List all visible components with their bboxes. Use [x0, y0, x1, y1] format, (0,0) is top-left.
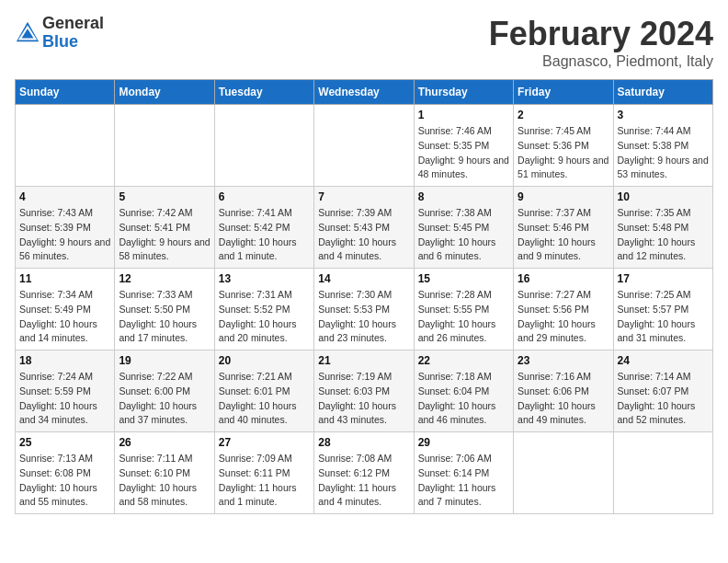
day-detail: Sunrise: 7:19 AMSunset: 6:03 PMDaylight:…: [318, 370, 409, 428]
header-cell-tuesday: Tuesday: [214, 80, 313, 105]
day-cell: 20Sunrise: 7:21 AMSunset: 6:01 PMDayligh…: [214, 350, 313, 432]
day-number: 18: [19, 354, 110, 367]
day-number: 27: [219, 436, 310, 449]
day-detail: Sunrise: 7:41 AMSunset: 5:42 PMDaylight:…: [219, 206, 310, 264]
day-number: 5: [119, 190, 210, 203]
day-detail: Sunrise: 7:13 AMSunset: 6:08 PMDaylight:…: [19, 452, 110, 510]
day-number: 20: [219, 354, 310, 367]
day-cell: 2Sunrise: 7:45 AMSunset: 5:36 PMDaylight…: [514, 105, 613, 187]
day-cell: 5Sunrise: 7:42 AMSunset: 5:41 PMDaylight…: [115, 187, 214, 269]
day-detail: Sunrise: 7:45 AMSunset: 5:36 PMDaylight:…: [518, 124, 609, 182]
day-cell: 21Sunrise: 7:19 AMSunset: 6:03 PMDayligh…: [314, 350, 414, 432]
day-number: 13: [219, 272, 310, 285]
day-number: 12: [119, 272, 210, 285]
day-cell: 28Sunrise: 7:08 AMSunset: 6:12 PMDayligh…: [314, 432, 414, 514]
calendar-table: SundayMondayTuesdayWednesdayThursdayFrid…: [15, 79, 713, 514]
week-row-1: 1Sunrise: 7:46 AMSunset: 5:35 PMDaylight…: [16, 105, 713, 187]
day-cell: 4Sunrise: 7:43 AMSunset: 5:39 PMDaylight…: [16, 187, 115, 269]
day-number: 11: [19, 272, 110, 285]
logo-blue: Blue: [42, 33, 104, 52]
day-cell: [613, 432, 712, 514]
day-number: 15: [418, 272, 509, 285]
day-detail: Sunrise: 7:35 AMSunset: 5:48 PMDaylight:…: [618, 206, 709, 264]
day-number: 16: [518, 272, 609, 285]
day-detail: Sunrise: 7:22 AMSunset: 6:00 PMDaylight:…: [119, 370, 210, 428]
day-detail: Sunrise: 7:34 AMSunset: 5:49 PMDaylight:…: [19, 288, 110, 346]
day-cell: 12Sunrise: 7:33 AMSunset: 5:50 PMDayligh…: [115, 269, 214, 350]
day-cell: [314, 105, 414, 187]
day-detail: Sunrise: 7:30 AMSunset: 5:53 PMDaylight:…: [318, 288, 409, 346]
day-cell: 27Sunrise: 7:09 AMSunset: 6:11 PMDayligh…: [214, 432, 313, 514]
day-detail: Sunrise: 7:46 AMSunset: 5:35 PMDaylight:…: [418, 124, 509, 182]
day-cell: 1Sunrise: 7:46 AMSunset: 5:35 PMDaylight…: [414, 105, 513, 187]
day-cell: 25Sunrise: 7:13 AMSunset: 6:08 PMDayligh…: [16, 432, 115, 514]
logo-general: General: [42, 15, 104, 33]
logo-text: General Blue: [42, 15, 104, 52]
day-cell: 29Sunrise: 7:06 AMSunset: 6:14 PMDayligh…: [414, 432, 513, 514]
logo-icon: [15, 20, 40, 46]
day-number: 23: [518, 354, 609, 367]
week-row-5: 25Sunrise: 7:13 AMSunset: 6:08 PMDayligh…: [16, 432, 713, 514]
day-number: 21: [318, 354, 409, 367]
day-detail: Sunrise: 7:39 AMSunset: 5:43 PMDaylight:…: [318, 206, 409, 264]
day-number: 14: [318, 272, 409, 285]
day-detail: Sunrise: 7:21 AMSunset: 6:01 PMDaylight:…: [219, 370, 310, 428]
day-detail: Sunrise: 7:33 AMSunset: 5:50 PMDaylight:…: [119, 288, 210, 346]
day-number: 1: [418, 109, 509, 121]
day-cell: 15Sunrise: 7:28 AMSunset: 5:55 PMDayligh…: [414, 269, 513, 350]
subtitle: Bagnasco, Piedmont, Italy: [489, 53, 713, 70]
day-detail: Sunrise: 7:16 AMSunset: 6:06 PMDaylight:…: [518, 370, 609, 428]
logo: General Blue: [15, 15, 104, 52]
day-number: 26: [119, 436, 210, 449]
day-number: 24: [618, 354, 709, 367]
day-detail: Sunrise: 7:09 AMSunset: 6:11 PMDaylight:…: [219, 452, 310, 510]
day-number: 6: [219, 190, 310, 203]
day-cell: 10Sunrise: 7:35 AMSunset: 5:48 PMDayligh…: [613, 187, 712, 269]
day-cell: 24Sunrise: 7:14 AMSunset: 6:07 PMDayligh…: [613, 350, 712, 432]
day-number: 2: [518, 109, 609, 121]
week-row-3: 11Sunrise: 7:34 AMSunset: 5:49 PMDayligh…: [16, 269, 713, 350]
day-detail: Sunrise: 7:43 AMSunset: 5:39 PMDaylight:…: [19, 206, 110, 264]
day-cell: 22Sunrise: 7:18 AMSunset: 6:04 PMDayligh…: [414, 350, 513, 432]
header-row: SundayMondayTuesdayWednesdayThursdayFrid…: [16, 80, 713, 105]
day-number: 4: [19, 190, 110, 203]
day-detail: Sunrise: 7:06 AMSunset: 6:14 PMDaylight:…: [418, 452, 509, 510]
day-cell: [214, 105, 313, 187]
header-cell-wednesday: Wednesday: [314, 80, 414, 105]
day-detail: Sunrise: 7:24 AMSunset: 5:59 PMDaylight:…: [19, 370, 110, 428]
day-cell: 3Sunrise: 7:44 AMSunset: 5:38 PMDaylight…: [613, 105, 712, 187]
day-cell: 18Sunrise: 7:24 AMSunset: 5:59 PMDayligh…: [16, 350, 115, 432]
day-detail: Sunrise: 7:11 AMSunset: 6:10 PMDaylight:…: [119, 452, 210, 510]
header-cell-saturday: Saturday: [613, 80, 712, 105]
day-number: 7: [318, 190, 409, 203]
day-number: 9: [518, 190, 609, 203]
calendar-body: 1Sunrise: 7:46 AMSunset: 5:35 PMDaylight…: [16, 105, 713, 514]
week-row-4: 18Sunrise: 7:24 AMSunset: 5:59 PMDayligh…: [16, 350, 713, 432]
page-header: General Blue February 2024 Bagnasco, Pie…: [15, 15, 713, 70]
day-cell: 9Sunrise: 7:37 AMSunset: 5:46 PMDaylight…: [514, 187, 613, 269]
day-cell: 23Sunrise: 7:16 AMSunset: 6:06 PMDayligh…: [514, 350, 613, 432]
day-number: 8: [418, 190, 509, 203]
day-number: 29: [418, 436, 509, 449]
day-cell: 14Sunrise: 7:30 AMSunset: 5:53 PMDayligh…: [314, 269, 414, 350]
main-title: February 2024: [489, 15, 713, 53]
header-cell-sunday: Sunday: [16, 80, 115, 105]
day-detail: Sunrise: 7:14 AMSunset: 6:07 PMDaylight:…: [618, 370, 709, 428]
week-row-2: 4Sunrise: 7:43 AMSunset: 5:39 PMDaylight…: [16, 187, 713, 269]
day-number: 19: [119, 354, 210, 367]
day-cell: [514, 432, 613, 514]
header-cell-thursday: Thursday: [414, 80, 513, 105]
day-cell: 26Sunrise: 7:11 AMSunset: 6:10 PMDayligh…: [115, 432, 214, 514]
day-detail: Sunrise: 7:27 AMSunset: 5:56 PMDaylight:…: [518, 288, 609, 346]
day-detail: Sunrise: 7:42 AMSunset: 5:41 PMDaylight:…: [119, 206, 210, 264]
day-cell: 17Sunrise: 7:25 AMSunset: 5:57 PMDayligh…: [613, 269, 712, 350]
day-cell: [115, 105, 214, 187]
day-detail: Sunrise: 7:25 AMSunset: 5:57 PMDaylight:…: [618, 288, 709, 346]
day-cell: 6Sunrise: 7:41 AMSunset: 5:42 PMDaylight…: [214, 187, 313, 269]
header-cell-monday: Monday: [115, 80, 214, 105]
day-cell: 8Sunrise: 7:38 AMSunset: 5:45 PMDaylight…: [414, 187, 513, 269]
day-detail: Sunrise: 7:18 AMSunset: 6:04 PMDaylight:…: [418, 370, 509, 428]
day-detail: Sunrise: 7:31 AMSunset: 5:52 PMDaylight:…: [219, 288, 310, 346]
day-number: 10: [618, 190, 709, 203]
day-cell: [16, 105, 115, 187]
